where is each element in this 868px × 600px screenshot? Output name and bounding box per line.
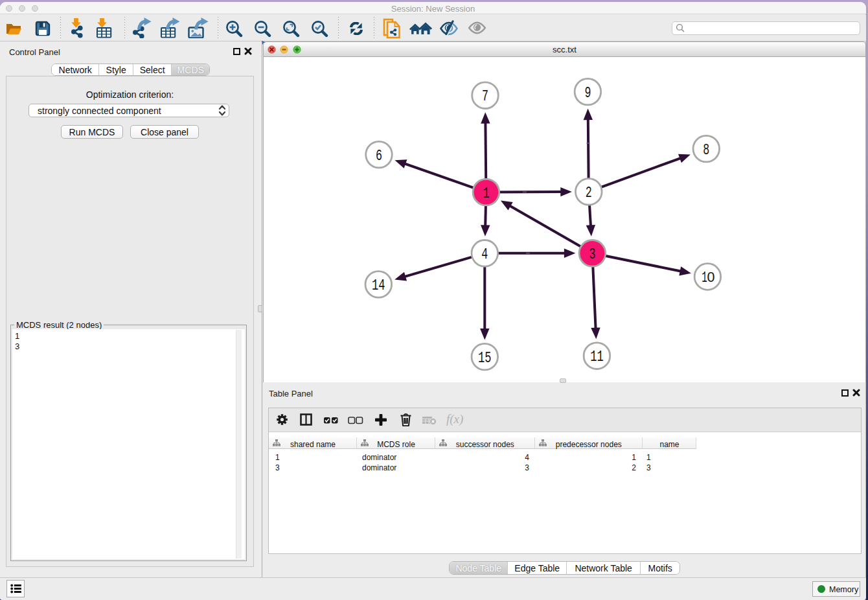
svg-text:14: 14 xyxy=(372,277,385,294)
svg-text:1: 1 xyxy=(483,185,489,202)
svg-text:9: 9 xyxy=(584,84,591,102)
svg-text:3: 3 xyxy=(589,246,595,263)
svg-text:4: 4 xyxy=(481,246,488,263)
svg-text:7: 7 xyxy=(482,87,488,105)
svg-text:6: 6 xyxy=(376,147,382,165)
svg-text:15: 15 xyxy=(478,349,492,367)
svg-text:0: 0 xyxy=(707,270,714,285)
svg-text:11: 11 xyxy=(590,348,604,365)
svg-text:8: 8 xyxy=(703,141,709,159)
svg-text:2: 2 xyxy=(586,184,592,202)
